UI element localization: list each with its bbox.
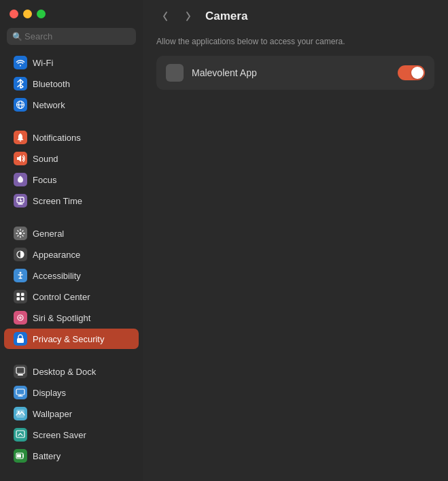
back-button[interactable] (156, 10, 174, 22)
sidebar-item-siri-label: Siri & Spotlight (33, 313, 90, 323)
search-wrapper: 🔍 (7, 28, 136, 45)
svg-rect-17 (17, 338, 24, 343)
close-button[interactable] (10, 10, 18, 18)
maximize-button[interactable] (37, 10, 46, 18)
sidebar-item-displays[interactable]: Displays (4, 382, 139, 403)
svg-point-24 (18, 411, 20, 413)
svg-rect-27 (17, 454, 21, 458)
sidebar-item-notifications[interactable]: Notifications (4, 127, 139, 148)
svg-rect-11 (17, 293, 20, 297)
sidebar-section-network: Wi-Fi Bluetooth Network (0, 52, 143, 116)
desktop-dock-icon (14, 365, 27, 378)
sidebar-item-wifi-label: Wi-Fi (33, 58, 53, 68)
sidebar-item-sound[interactable]: Sound (4, 148, 139, 169)
sidebar-item-desktop-dock-label: Desktop & Dock (33, 367, 96, 377)
screen-time-icon (14, 194, 27, 208)
sidebar-item-accessibility-label: Accessibility (33, 271, 81, 281)
permission-row: Malevolent App (156, 56, 434, 90)
svg-point-16 (19, 316, 22, 319)
svg-rect-20 (16, 389, 24, 395)
sidebar-item-notifications-label: Notifications (33, 133, 81, 143)
sidebar-item-wallpaper-label: Wallpaper (33, 409, 72, 419)
accessibility-icon (14, 269, 27, 282)
sidebar-item-focus[interactable]: Focus (4, 169, 139, 190)
battery-icon (14, 449, 27, 463)
appearance-icon (14, 248, 27, 261)
svg-point-8 (19, 232, 22, 235)
search-input[interactable] (7, 28, 136, 45)
sidebar-item-network[interactable]: Network (4, 95, 139, 115)
sidebar-section-system: General Appearance Accessibility (0, 222, 143, 350)
wallpaper-icon (14, 407, 27, 420)
permission-card: Malevolent App (156, 56, 434, 90)
sound-icon (14, 152, 27, 165)
notifications-icon (14, 131, 27, 144)
sidebar-item-screen-time[interactable]: Screen Time (4, 190, 139, 211)
general-icon (14, 227, 27, 240)
focus-icon (14, 173, 27, 186)
sidebar-section-display: Desktop & Dock Displays Wallpaper (0, 361, 143, 467)
sidebar-item-general-label: General (33, 229, 64, 239)
sidebar-item-general[interactable]: General (4, 223, 139, 244)
sidebar-item-control-center-label: Control Center (33, 292, 90, 302)
sidebar-item-accessibility[interactable]: Accessibility (4, 265, 139, 286)
sidebar-item-desktop-dock[interactable]: Desktop & Dock (4, 361, 139, 382)
control-center-icon (14, 290, 27, 303)
svg-rect-19 (18, 374, 23, 376)
svg-rect-14 (21, 297, 24, 301)
main-content: Camera Allow the applications below to a… (143, 0, 448, 481)
network-icon (14, 98, 27, 112)
description: Allow the applications below to access y… (156, 37, 434, 46)
sidebar-item-appearance-label: Appearance (33, 250, 80, 260)
sidebar-item-bluetooth-label: Bluetooth (33, 79, 70, 89)
sidebar-section-account: Lock Screen Touch ID & Password (0, 478, 143, 481)
svg-rect-25 (16, 431, 24, 437)
traffic-lights (0, 0, 143, 25)
search-container: 🔍 (0, 25, 143, 52)
toggle-camera-access[interactable] (398, 65, 425, 80)
sidebar-item-battery[interactable]: Battery (4, 446, 139, 466)
sidebar-item-battery-label: Battery (33, 451, 61, 461)
sidebar-item-lock-screen[interactable]: Lock Screen (4, 478, 139, 481)
sidebar-item-privacy-security-label: Privacy & Security (33, 334, 104, 344)
svg-point-10 (20, 272, 22, 274)
privacy-security-icon (14, 332, 27, 346)
sidebar-item-wallpaper[interactable]: Wallpaper (4, 403, 139, 424)
siri-icon (14, 311, 27, 325)
content-area: Allow the applications below to access y… (143, 30, 448, 481)
sidebar-item-bluetooth[interactable]: Bluetooth (4, 73, 139, 94)
svg-rect-12 (21, 293, 24, 297)
sidebar-item-siri-spotlight[interactable]: Siri & Spotlight (4, 308, 139, 328)
sidebar-item-screen-saver-label: Screen Saver (33, 430, 86, 440)
sidebar-section-personalisation: Notifications Sound Focus (0, 127, 143, 212)
wifi-icon (14, 56, 27, 69)
sidebar-item-screen-time-label: Screen Time (33, 196, 82, 206)
screen-saver-icon (14, 428, 27, 442)
svg-rect-18 (16, 367, 24, 374)
sidebar-item-control-center[interactable]: Control Center (4, 286, 139, 307)
toggle-knob (411, 67, 424, 79)
sidebar-item-sound-label: Sound (33, 154, 58, 164)
page-title: Camera (205, 10, 247, 23)
bluetooth-icon (14, 77, 27, 90)
svg-rect-13 (17, 297, 20, 301)
app-name: Malevolent App (192, 67, 390, 78)
app-icon (166, 64, 184, 82)
sidebar-item-appearance[interactable]: Appearance (4, 244, 139, 265)
sidebar-item-network-label: Network (33, 100, 65, 110)
titlebar: Camera (143, 0, 448, 30)
sidebar-item-privacy-security[interactable]: Privacy & Security (4, 329, 139, 349)
sidebar-item-displays-label: Displays (33, 388, 66, 398)
sidebar-item-wifi[interactable]: Wi-Fi (4, 52, 139, 73)
forward-button[interactable] (179, 10, 197, 22)
sidebar-item-focus-label: Focus (33, 175, 56, 185)
displays-icon (14, 386, 27, 399)
minimize-button[interactable] (23, 10, 32, 18)
sidebar: 🔍 Wi-Fi Bluetooth (0, 0, 143, 481)
sidebar-item-screen-saver[interactable]: Screen Saver (4, 425, 139, 445)
